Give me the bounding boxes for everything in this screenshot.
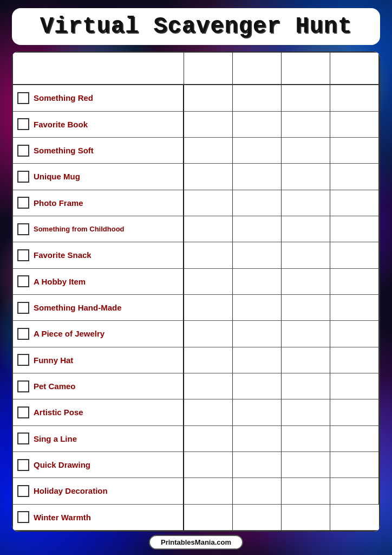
- score-cell: [233, 138, 282, 164]
- score-cell: [282, 269, 330, 295]
- score-cell: [233, 242, 282, 268]
- score-cell: [282, 138, 330, 164]
- score-cell: [184, 242, 233, 268]
- score-cell: [233, 373, 282, 399]
- item-label: Artistic Pose: [34, 408, 83, 417]
- score-cell: [233, 164, 282, 190]
- score-cell: [233, 85, 282, 111]
- main-table: Something RedFavorite BookSomething Soft…: [12, 51, 380, 532]
- checkbox[interactable]: [17, 223, 29, 235]
- score-cell: [330, 85, 379, 111]
- header-col-2: [233, 53, 282, 85]
- table-row: Favorite Snack: [13, 242, 184, 268]
- score-cell: [282, 164, 330, 190]
- score-cell: [233, 295, 282, 321]
- checkbox[interactable]: [17, 433, 29, 444]
- header-item-col: [13, 53, 184, 85]
- item-label: Funny Hat: [34, 356, 73, 365]
- page-title: Virtual Scavenger Hunt: [40, 14, 352, 40]
- item-label: Something from Childhood: [34, 225, 125, 233]
- checkbox[interactable]: [17, 197, 29, 209]
- table-row: Artistic Pose: [13, 399, 184, 425]
- header-col-1: [184, 53, 233, 85]
- title-box: Virtual Scavenger Hunt: [12, 8, 380, 45]
- score-cell: [282, 112, 330, 138]
- score-cell: [330, 242, 379, 268]
- item-label: Something Red: [34, 93, 93, 102]
- item-label: Something Soft: [34, 146, 94, 155]
- table-row: Something Red: [13, 85, 184, 111]
- item-label: A Piece of Jewelry: [34, 329, 104, 338]
- checkbox[interactable]: [17, 328, 29, 340]
- score-cell: [282, 452, 330, 478]
- score-cell: [184, 478, 233, 504]
- score-cell: [330, 269, 379, 295]
- score-cell: [184, 426, 233, 452]
- item-label: Photo Frame: [34, 198, 83, 208]
- score-cell: [330, 112, 379, 138]
- score-cell: [233, 399, 282, 425]
- item-label: Winter Warmth: [34, 513, 91, 522]
- item-label: Holiday Decoration: [34, 486, 108, 495]
- checkbox[interactable]: [17, 275, 29, 287]
- header-col-4: [330, 53, 379, 85]
- score-cell: [330, 347, 379, 373]
- score-cell: [233, 478, 282, 504]
- table-row: Favorite Book: [13, 112, 184, 138]
- score-cell: [330, 426, 379, 452]
- score-cell: [233, 452, 282, 478]
- score-cell: [184, 216, 233, 242]
- item-label: Something Hand-Made: [34, 303, 122, 312]
- score-cell: [282, 216, 330, 242]
- score-cell: [184, 269, 233, 295]
- checkbox[interactable]: [17, 145, 29, 157]
- item-label: Unique Mug: [34, 172, 80, 181]
- item-label: Sing a Line: [34, 434, 77, 443]
- checkbox[interactable]: [17, 249, 29, 261]
- score-cell: [330, 505, 379, 531]
- score-cell: [184, 85, 233, 111]
- score-cell: [282, 85, 330, 111]
- table-row: Winter Warmth: [13, 505, 184, 531]
- score-cell: [282, 347, 330, 373]
- item-label: Quick Drawing: [34, 460, 90, 469]
- score-cell: [233, 269, 282, 295]
- checkbox[interactable]: [17, 118, 29, 130]
- header-col-3: [282, 53, 330, 85]
- table-row: Something Hand-Made: [13, 295, 184, 321]
- score-cell: [330, 373, 379, 399]
- checkbox[interactable]: [17, 302, 29, 314]
- table-row: Unique Mug: [13, 164, 184, 190]
- checkbox[interactable]: [17, 354, 29, 366]
- checkbox[interactable]: [17, 485, 29, 497]
- score-cell: [233, 321, 282, 347]
- table-row: Pet Cameo: [13, 373, 184, 399]
- score-cell: [330, 478, 379, 504]
- score-cell: [184, 295, 233, 321]
- score-cell: [282, 478, 330, 504]
- checkbox[interactable]: [17, 171, 29, 183]
- checkbox[interactable]: [17, 92, 29, 104]
- score-cell: [282, 190, 330, 216]
- score-cell: [330, 190, 379, 216]
- score-cell: [330, 321, 379, 347]
- score-cell: [282, 399, 330, 425]
- score-cell: [233, 347, 282, 373]
- score-cell: [184, 321, 233, 347]
- score-cell: [330, 164, 379, 190]
- item-label: Pet Cameo: [34, 382, 76, 391]
- checkbox[interactable]: [17, 380, 29, 392]
- table-row: Photo Frame: [13, 190, 184, 216]
- item-label: Favorite Book: [34, 120, 88, 129]
- score-cell: [184, 190, 233, 216]
- table-row: Sing a Line: [13, 426, 184, 452]
- table-row: Something from Childhood: [13, 216, 184, 242]
- checkbox[interactable]: [17, 406, 29, 418]
- page-content: Virtual Scavenger Hunt Something RedFavo…: [0, 0, 392, 555]
- score-cell: [184, 452, 233, 478]
- score-cell: [330, 216, 379, 242]
- table-row: Holiday Decoration: [13, 478, 184, 504]
- checkbox[interactable]: [17, 459, 29, 471]
- score-cell: [282, 505, 330, 531]
- checkbox[interactable]: [17, 511, 29, 523]
